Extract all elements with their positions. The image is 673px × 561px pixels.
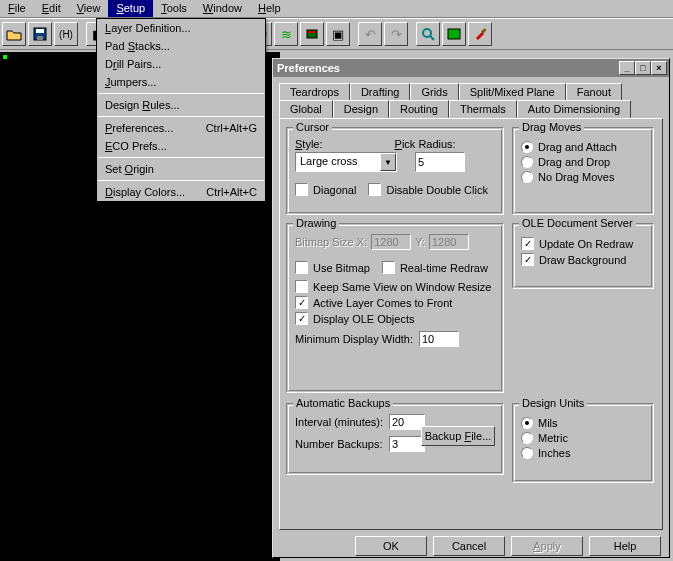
- svg-rect-11: [448, 29, 460, 39]
- group-drawing-title: Drawing: [293, 217, 339, 229]
- menu-design-rules[interactable]: Design Rules...: [97, 96, 265, 114]
- bitmap-y-label: Y:: [415, 236, 425, 248]
- radio-drag-drop[interactable]: Drag and Drop: [521, 156, 645, 168]
- group-drawing: Drawing Bitmap Size X: Y: Use Bitmap Rea…: [286, 223, 504, 393]
- menu-eco-prefs[interactable]: ECO Prefs...: [97, 137, 265, 155]
- menu-display-colors[interactable]: Display Colors...Ctrl+Alt+C: [97, 183, 265, 201]
- ok-button[interactable]: OK: [355, 536, 427, 556]
- group-icon[interactable]: ▣: [326, 22, 350, 46]
- doc-h-icon[interactable]: (H): [54, 22, 78, 46]
- menu-set-origin[interactable]: Set Origin: [97, 160, 265, 178]
- active-layer-checkbox[interactable]: ✓Active Layer Comes to Front: [295, 296, 495, 309]
- menubar: File Edit View Setup Tools Window Help: [0, 0, 673, 18]
- style-combo[interactable]: Large cross ▼: [295, 152, 397, 172]
- radio-no-drag[interactable]: No Drag Moves: [521, 171, 645, 183]
- menu-setup[interactable]: Setup: [108, 0, 153, 17]
- help-button[interactable]: Help: [589, 536, 661, 556]
- dialog-buttons: OK Cancel Apply Help: [273, 536, 661, 556]
- draw-bg-checkbox[interactable]: ✓Draw Background: [521, 253, 645, 266]
- tab-split-mixed[interactable]: Split/Mixed Plane: [459, 83, 566, 101]
- menu-preferences[interactable]: Preferences...Ctrl+Alt+G: [97, 119, 265, 137]
- radio-mils[interactable]: Mils: [521, 417, 645, 429]
- chip-icon[interactable]: [300, 22, 324, 46]
- setup-menu-dropdown: Layer Definition... Pad Stacks... Drill …: [96, 18, 266, 202]
- menu-layer-definition[interactable]: Layer Definition...: [97, 19, 265, 37]
- svg-rect-1: [36, 29, 44, 33]
- menu-help[interactable]: Help: [250, 0, 289, 17]
- backup-file-button[interactable]: Backup File...: [421, 426, 495, 446]
- zoom-icon[interactable]: [416, 22, 440, 46]
- board-icon[interactable]: [442, 22, 466, 46]
- tab-drafting[interactable]: Drafting: [350, 83, 411, 101]
- maximize-icon[interactable]: □: [635, 61, 651, 75]
- diagonal-checkbox[interactable]: Diagonal: [295, 183, 356, 196]
- tab-fanout[interactable]: Fanout: [566, 83, 622, 101]
- menu-tools[interactable]: Tools: [153, 0, 195, 17]
- group-drag-moves: Drag Moves Drag and Attach Drag and Drop…: [512, 127, 654, 215]
- bitmap-x-label: Bitmap Size X:: [295, 236, 367, 248]
- keep-view-checkbox[interactable]: Keep Same View on Window Resize: [295, 280, 495, 293]
- preferences-dialog: Preferences _ □ × Teardrops Drafting Gri…: [272, 58, 670, 558]
- use-bitmap-checkbox[interactable]: Use Bitmap: [295, 261, 370, 274]
- radio-drag-attach[interactable]: Drag and Attach: [521, 141, 645, 153]
- tab-global[interactable]: Global: [279, 100, 333, 118]
- interval-input[interactable]: [389, 414, 425, 430]
- tab-routing[interactable]: Routing: [389, 100, 449, 118]
- apply-button: Apply: [511, 536, 583, 556]
- dialog-titlebar[interactable]: Preferences _ □ ×: [273, 59, 669, 77]
- group-units: Design Units Mils Metric Inches: [512, 403, 654, 483]
- save-icon[interactable]: [28, 22, 52, 46]
- style-label: Style:: [295, 138, 323, 150]
- menu-window[interactable]: Window: [195, 0, 250, 17]
- chevron-down-icon[interactable]: ▼: [380, 153, 396, 171]
- open-icon[interactable]: [2, 22, 26, 46]
- undo-icon[interactable]: ↶: [358, 22, 382, 46]
- menu-jumpers[interactable]: Jumpers...: [97, 73, 265, 91]
- brush-icon[interactable]: [468, 22, 492, 46]
- menu-pad-stacks[interactable]: Pad Stacks...: [97, 37, 265, 55]
- group-cursor-title: Cursor: [293, 121, 332, 133]
- wave-icon[interactable]: ≋: [274, 22, 298, 46]
- close-icon[interactable]: ×: [651, 61, 667, 75]
- display-ole-checkbox[interactable]: ✓Display OLE Objects: [295, 312, 495, 325]
- menu-view[interactable]: View: [69, 0, 109, 17]
- tab-thermals[interactable]: Thermals: [449, 100, 517, 118]
- radio-inches[interactable]: Inches: [521, 447, 645, 459]
- pick-radius-input[interactable]: [415, 152, 465, 172]
- min-width-label: Minimum Display Width:: [295, 333, 413, 345]
- dialog-title: Preferences: [277, 62, 619, 74]
- number-backups-label: Number Backups:: [295, 438, 385, 450]
- tab-teardrops[interactable]: Teardrops: [279, 83, 350, 101]
- group-ole-title: OLE Document Server: [519, 217, 636, 229]
- svg-point-9: [423, 29, 431, 37]
- disable-dblclick-checkbox[interactable]: Disable Double Click: [368, 183, 488, 196]
- bitmap-y-input: [429, 234, 469, 250]
- group-backups-title: Automatic Backups: [293, 397, 393, 409]
- radio-metric[interactable]: Metric: [521, 432, 645, 444]
- menu-file[interactable]: File: [0, 0, 34, 17]
- tab-design[interactable]: Design: [333, 100, 389, 118]
- update-redraw-checkbox[interactable]: ✓Update On Redraw: [521, 237, 645, 250]
- number-backups-input[interactable]: [389, 436, 425, 452]
- svg-rect-2: [37, 36, 43, 40]
- tab-panel-global: Cursor Style: Pick Radius: Large cross ▼…: [279, 118, 663, 530]
- realtime-redraw-checkbox[interactable]: Real-time Redraw: [382, 261, 488, 274]
- interval-label: Interval (minutes):: [295, 416, 385, 428]
- status-led-icon: [3, 55, 7, 59]
- group-cursor: Cursor Style: Pick Radius: Large cross ▼…: [286, 127, 504, 215]
- tab-grids[interactable]: Grids: [410, 83, 458, 101]
- menu-drill-pairs[interactable]: Drill Pairs...: [97, 55, 265, 73]
- tabs-row-1: Teardrops Drafting Grids Split/Mixed Pla…: [279, 83, 663, 101]
- svg-line-10: [430, 36, 434, 40]
- group-ole: OLE Document Server ✓Update On Redraw ✓D…: [512, 223, 654, 289]
- group-backups: Automatic Backups Interval (minutes): Ba…: [286, 403, 504, 475]
- redo-icon[interactable]: ↷: [384, 22, 408, 46]
- tabs-row-2: Global Design Routing Thermals Auto Dime…: [279, 100, 663, 118]
- cancel-button[interactable]: Cancel: [433, 536, 505, 556]
- pick-radius-label: Pick Radius:: [395, 138, 456, 150]
- min-width-input[interactable]: [419, 331, 459, 347]
- minimize-icon[interactable]: _: [619, 61, 635, 75]
- group-drag-title: Drag Moves: [519, 121, 584, 133]
- menu-edit[interactable]: Edit: [34, 0, 69, 17]
- tab-auto-dim[interactable]: Auto Dimensioning: [517, 100, 631, 118]
